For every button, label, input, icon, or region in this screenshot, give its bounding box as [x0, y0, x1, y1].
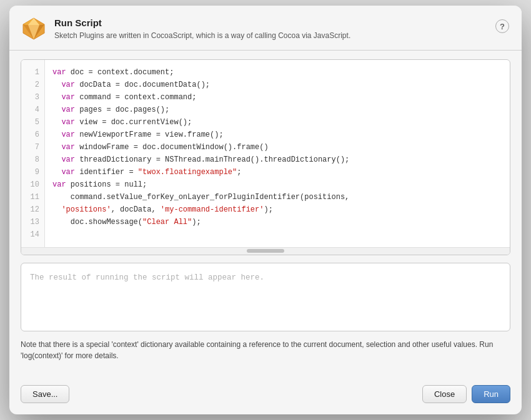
- line-num-7: 7: [21, 141, 44, 154]
- code-line-14: [52, 228, 502, 241]
- line-num-2: 2: [21, 79, 44, 91]
- footer-left-buttons: Save...: [21, 385, 69, 403]
- run-script-dialog: Run Script Sketch Plugins are written in…: [9, 6, 522, 414]
- dialog-footer: Save... Close Run: [9, 380, 522, 414]
- scrollbar-thumb[interactable]: [247, 249, 284, 253]
- line-num-1: 1: [21, 66, 44, 79]
- line-num-13: 13: [21, 216, 44, 228]
- code-line-13: doc.showMessage("Clear All");: [52, 216, 502, 228]
- dialog-header: Run Script Sketch Plugins are written in…: [9, 6, 522, 50]
- result-placeholder-text: The result of running the script will ap…: [30, 273, 264, 282]
- code-line-11: command.setValue_forKey_onLayer_forPlugi…: [52, 191, 502, 203]
- header-left: Run Script Sketch Plugins are written in…: [22, 17, 350, 41]
- code-line-8: var threadDictionary = NSThread.mainThre…: [52, 154, 502, 166]
- line-num-3: 3: [21, 91, 44, 104]
- code-line-7: var windowFrame = doc.documentWindow().f…: [52, 141, 502, 154]
- code-line-12: 'positions', docData, 'my-command-identi…: [52, 203, 502, 216]
- code-line-2: var docData = doc.documentData();: [52, 79, 502, 91]
- code-line-10: var positions = null;: [52, 178, 502, 191]
- code-line-9: var identifier = "twox.floatingexample";: [52, 166, 502, 178]
- line-num-14: 14: [21, 228, 44, 241]
- line-num-4: 4: [21, 104, 44, 116]
- code-line-5: var view = doc.currentView();: [52, 116, 502, 129]
- run-button[interactable]: Run: [472, 385, 510, 403]
- line-num-11: 11: [21, 191, 44, 203]
- code-line-3: var command = context.command;: [52, 91, 502, 104]
- code-content[interactable]: var doc = context.document; var docData …: [45, 60, 510, 247]
- line-num-8: 8: [21, 154, 44, 166]
- code-line-4: var pages = doc.pages();: [52, 104, 502, 116]
- line-num-9: 9: [21, 166, 44, 178]
- save-button[interactable]: Save...: [21, 385, 69, 403]
- code-area: 1 2 3 4 5 6 7 8 9 10 11 12 13 14 var doc…: [21, 60, 510, 247]
- line-num-12: 12: [21, 203, 44, 216]
- footer-right-buttons: Close Run: [422, 385, 510, 403]
- sketch-logo-icon: [22, 17, 46, 41]
- dialog-subtitle: Sketch Plugins are written in CocoaScrip…: [54, 31, 350, 41]
- help-button[interactable]: ?: [495, 19, 509, 33]
- line-num-5: 5: [21, 116, 44, 129]
- close-button[interactable]: Close: [422, 385, 467, 403]
- code-line-6: var newViewportFrame = view.frame();: [52, 129, 502, 141]
- horizontal-scrollbar[interactable]: [21, 247, 510, 255]
- dialog-body: 1 2 3 4 5 6 7 8 9 10 11 12 13 14 var doc…: [9, 51, 522, 380]
- dialog-title: Run Script: [54, 17, 350, 29]
- line-numbers: 1 2 3 4 5 6 7 8 9 10 11 12 13 14: [21, 60, 45, 247]
- code-line-1: var doc = context.document;: [52, 66, 502, 79]
- code-editor[interactable]: 1 2 3 4 5 6 7 8 9 10 11 12 13 14 var doc…: [21, 59, 510, 255]
- result-area[interactable]: The result of running the script will ap…: [21, 263, 510, 331]
- line-num-10: 10: [21, 178, 44, 191]
- line-num-6: 6: [21, 129, 44, 141]
- header-text: Run Script Sketch Plugins are written in…: [54, 17, 350, 41]
- note-text: Note that there is a special 'context' d…: [21, 339, 510, 361]
